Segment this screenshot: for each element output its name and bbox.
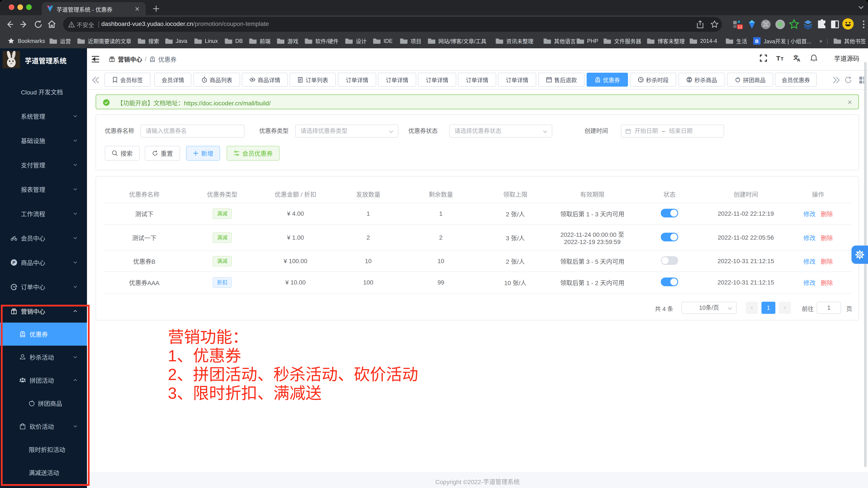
svg-text:12: 12 <box>738 25 742 29</box>
svg-text:T: T <box>781 56 784 62</box>
svg-text:B: B <box>755 38 758 44</box>
svg-text:T: T <box>776 55 780 62</box>
svg-text:P: P <box>12 260 15 265</box>
svg-text:A: A <box>797 58 800 62</box>
svg-text:⌘: ⌘ <box>763 21 769 28</box>
